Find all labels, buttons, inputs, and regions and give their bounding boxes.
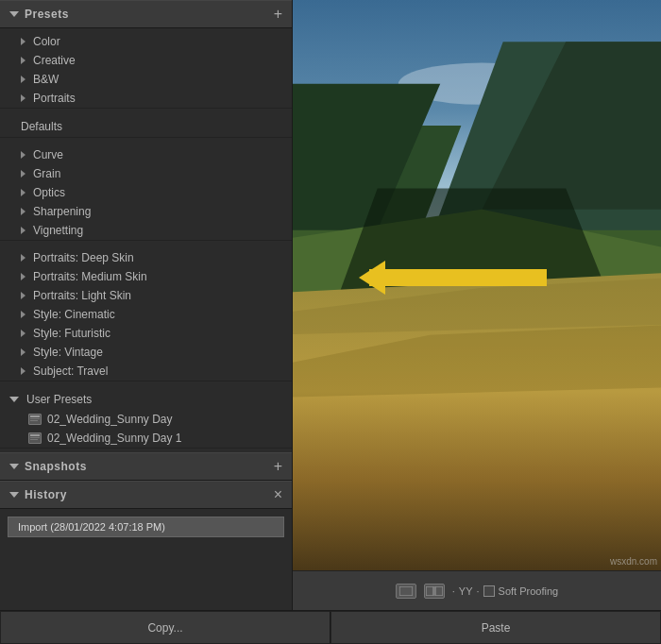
preset-item-defaults[interactable]: Defaults (0, 116, 292, 137)
preset-item-sharpening[interactable]: Sharpening (0, 202, 292, 221)
svg-rect-4 (30, 437, 40, 438)
photo-bottom-bar: · YY · Soft Proofing (293, 570, 661, 610)
presets-list: Color Creative B&W Portraits (0, 28, 292, 452)
preset-item-portraits[interactable]: Portraits (0, 89, 292, 108)
preset-expand-icon (21, 311, 25, 318)
presets-collapse-icon (9, 11, 19, 17)
preset-item-grain[interactable]: Grain (0, 164, 292, 183)
preset-group-3: Curve Grain Optics Sharpening Vignetting (0, 145, 292, 241)
snapshots-section-header[interactable]: Snapshots + (0, 452, 292, 481)
yy-label: YY (459, 585, 473, 597)
presets-add-button[interactable]: + (274, 7, 282, 22)
history-content: Import (28/01/2022 4:07:18 PM) (0, 509, 292, 545)
preset-item-style-cinematic[interactable]: Style: Cinematic (0, 305, 292, 324)
presets-header-left: Presets (9, 8, 69, 21)
right-panel: wsxdn.com · YY · Soft Proofing (293, 0, 661, 610)
user-presets-group: User Presets 02_Wedding_Sunny Day 02_Wed… (0, 389, 292, 449)
separator-dots: · (452, 585, 455, 597)
svg-rect-5 (30, 439, 38, 440)
preset-expand-icon (21, 94, 25, 102)
view-icon-1[interactable] (396, 584, 416, 599)
soft-proofing-text: Soft Proofing (499, 585, 559, 597)
history-section-header[interactable]: History × (0, 481, 292, 509)
separator-dots-2: · (477, 585, 480, 597)
preset-expand-icon (21, 227, 25, 234)
preset-expand-icon (21, 57, 25, 64)
preset-expand-icon (21, 170, 25, 178)
preset-group-4: Portraits: Deep Skin Portraits: Medium S… (0, 248, 292, 381)
preset-expand-icon (21, 189, 25, 196)
history-title: History (25, 488, 67, 501)
history-entry-1[interactable]: Import (28/01/2022 4:07:18 PM) (8, 517, 284, 537)
photo-area: wsxdn.com (293, 0, 661, 570)
preset-item-bw[interactable]: B&W (0, 70, 292, 89)
preset-expand-icon (21, 151, 25, 159)
bottom-toolbar: Copy... Paste (0, 610, 661, 644)
preset-item-creative[interactable]: Creative (0, 51, 292, 70)
preset-item-portraits-light[interactable]: Portraits: Light Skin (0, 286, 292, 305)
paste-button[interactable]: Paste (330, 611, 661, 644)
preset-expand-icon (21, 208, 25, 215)
preset-expand-icon (21, 38, 25, 45)
history-collapse-icon (9, 492, 19, 498)
user-presets-label: User Presets (26, 393, 92, 406)
preset-item-portraits-medium[interactable]: Portraits: Medium Skin (0, 267, 292, 286)
history-close-button[interactable]: × (274, 487, 282, 502)
user-presets-collapse-icon (9, 397, 19, 402)
snapshots-header-left: Snapshots (9, 460, 87, 473)
user-presets-header[interactable]: User Presets (0, 389, 292, 410)
svg-rect-22 (399, 586, 413, 596)
snapshots-title: Snapshots (25, 460, 87, 473)
preset-item-curve[interactable]: Curve (0, 145, 292, 164)
svg-rect-0 (30, 415, 40, 417)
preset-file-icon (28, 414, 42, 425)
preset-item-optics[interactable]: Optics (0, 183, 292, 202)
svg-rect-24 (435, 586, 443, 596)
preset-item-style-futuristic[interactable]: Style: Futuristic (0, 324, 292, 343)
preset-item-style-vintage[interactable]: Style: Vintage (0, 343, 292, 362)
preset-expand-icon (21, 367, 25, 375)
svg-rect-23 (426, 586, 433, 596)
preset-file-icon-2 (28, 432, 42, 444)
preset-expand-icon (21, 76, 25, 83)
preset-item-vignetting[interactable]: Vignetting (0, 221, 292, 240)
svg-rect-1 (30, 418, 40, 419)
soft-proofing-label-group: · YY · Soft Proofing (452, 585, 558, 597)
presets-title: Presets (25, 8, 69, 21)
user-preset-label-1: 02_Wedding_Sunny Day (47, 413, 173, 426)
user-preset-item-1[interactable]: 02_Wedding_Sunny Day (0, 410, 292, 429)
history-header-left: History (9, 488, 67, 501)
snapshots-add-button[interactable]: + (274, 459, 282, 474)
snapshots-collapse-icon (9, 464, 19, 469)
preset-group-defaults: Defaults (0, 116, 292, 138)
preset-expand-icon (21, 254, 25, 262)
user-preset-label-2: 02_Wedding_Sunny Day 1 (47, 432, 182, 445)
presets-section-header[interactable]: Presets + (0, 0, 292, 28)
mountain-photo (293, 0, 661, 570)
preset-expand-icon (21, 292, 25, 299)
svg-rect-3 (30, 434, 40, 436)
preset-expand-icon (21, 348, 25, 356)
svg-rect-2 (30, 420, 38, 421)
left-panel: Presets + Color Creative B&W (0, 0, 293, 610)
preset-group-1: Color Creative B&W Portraits (0, 32, 292, 109)
preset-item-color[interactable]: Color (0, 32, 292, 51)
preset-item-subject-travel[interactable]: Subject: Travel (0, 362, 292, 381)
view-icon-2[interactable] (424, 584, 445, 599)
user-preset-item-2[interactable]: 02_Wedding_Sunny Day 1 (0, 429, 292, 448)
preset-expand-icon (21, 273, 25, 280)
soft-proofing-checkbox[interactable] (483, 585, 495, 597)
copy-button[interactable]: Copy... (0, 611, 330, 644)
preset-expand-icon (21, 330, 25, 337)
preset-item-portraits-deep[interactable]: Portraits: Deep Skin (0, 248, 292, 267)
